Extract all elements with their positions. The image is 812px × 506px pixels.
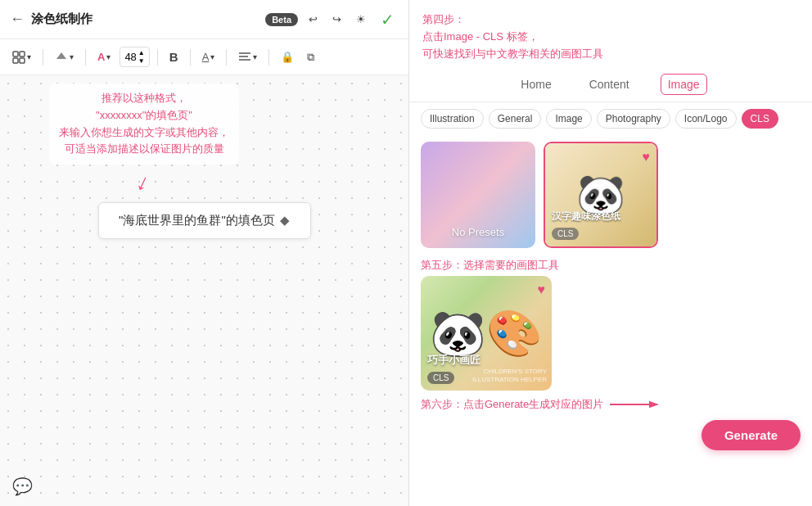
step5-annotation: 第五步：选择需要的画图工具 <box>409 255 812 276</box>
step4-line3: 可快速找到与中文教学相关的画图工具 <box>422 46 799 63</box>
step4-annotation: 第四步： 点击Image - CLS 标签， 可快速找到与中文教学相关的画图工具 <box>409 0 812 67</box>
font-size-down[interactable]: ▼ <box>138 57 145 65</box>
lock-btn[interactable]: 🔒 <box>277 48 298 66</box>
copy-btn[interactable]: ⧉ <box>303 48 318 66</box>
big-card-panda-emoji: 🐼🎨 <box>430 307 543 360</box>
hanzi-label: 汉字趣味涂色纸 <box>552 210 620 224</box>
big-preset-card[interactable]: 🐼🎨 ♥ 巧手小画匠 CLS CHILDREN'S STORYILLUSTRAT… <box>421 276 552 391</box>
presets-grid: ♡ No Presets 🐼 ♥ 汉字趣味涂色纸 CLS <box>409 135 812 255</box>
svg-rect-1 <box>20 52 25 56</box>
subtab-iconlogo[interactable]: Icon/Logo <box>675 109 737 129</box>
big-cls-badge: CLS <box>427 372 454 384</box>
left-annotation: 推荐以这种格式， "xxxxxxxx"的填色页" 来输入你想生成的文字或其他内容… <box>49 84 239 165</box>
red-arrow: ↓ <box>133 169 154 197</box>
preset-card-no-presets[interactable]: ♡ No Presets <box>421 142 535 248</box>
font-size-up[interactable]: ▲ <box>138 49 145 56</box>
font-size-control[interactable]: 48 ▲ ▼ <box>120 47 149 67</box>
annotation-line4: 可适当添加描述以保证图片的质量 <box>59 141 229 158</box>
svg-rect-3 <box>20 58 25 63</box>
confirm-button[interactable]: ✓ <box>377 7 399 32</box>
annotation-line1: 推荐以这种格式， <box>59 90 229 107</box>
format-group-layout: ▾ <box>8 48 35 66</box>
big-card-label: 巧手小画匠 <box>427 353 480 368</box>
cls-badge-hanzi: CLS <box>552 228 579 240</box>
step4-line2: 点击Image - CLS 标签， <box>422 29 799 46</box>
redo-button[interactable]: ↪ <box>328 11 345 28</box>
layout-btn[interactable]: ▾ <box>8 48 35 66</box>
left-panel: ← 涂色纸制作 Beta ↩ ↪ ☀ ✓ ▾ ▾ <box>0 0 409 506</box>
subtab-photography[interactable]: Photography <box>597 109 670 129</box>
fill-btn[interactable]: ▾ <box>51 48 78 66</box>
undo-button[interactable]: ↩ <box>304 11 322 28</box>
tab-home[interactable]: Home <box>514 75 557 94</box>
underline-btn[interactable]: A ▾ <box>198 48 219 66</box>
svg-rect-0 <box>13 52 18 56</box>
tab-content[interactable]: Content <box>583 75 636 94</box>
brightness-button[interactable]: ☀ <box>352 11 370 28</box>
tab-image[interactable]: Image <box>661 74 707 95</box>
text-field-value: "海底世界里的鱼群"的填色页 <box>119 213 275 227</box>
step6-text: 第六步：点击Generate生成对应的图片 <box>421 397 603 412</box>
font-color-btn[interactable]: A ▾ <box>93 48 115 66</box>
right-panel: 第四步： 点击Image - CLS 标签， 可快速找到与中文教学相关的画图工具… <box>409 0 812 506</box>
generate-btn-row: Generate <box>409 415 812 459</box>
heart-hanzi[interactable]: ♥ <box>643 150 651 165</box>
svg-rect-2 <box>13 58 18 63</box>
preset-card-hanzi[interactable]: 🐼 ♥ 汉字趣味涂色纸 CLS <box>544 142 658 248</box>
back-button[interactable]: ← <box>10 11 25 28</box>
big-children-label: CHILDREN'S STORYILLUSTRATION HELPER <box>472 368 547 385</box>
subtab-general[interactable]: General <box>489 109 542 129</box>
app-title: 涂色纸制作 <box>31 11 259 27</box>
sub-tabs: Illustration General Image Photography I… <box>409 102 812 135</box>
layout-chevron: ▾ <box>27 52 31 61</box>
heart-no-presets[interactable]: ♡ <box>517 148 529 164</box>
generate-button[interactable]: Generate <box>701 420 801 450</box>
no-presets-label: No Presets <box>421 226 535 238</box>
format-bar: ▾ ▾ A ▾ 48 ▲ ▼ B A ▾ <box>0 39 408 75</box>
text-field[interactable]: "海底世界里的鱼群"的填色页 ◆ <box>98 202 311 239</box>
chat-icon[interactable]: 💬 <box>12 477 33 496</box>
step6-arrow <box>610 398 659 411</box>
bold-btn[interactable]: B <box>165 47 183 66</box>
subtab-illustration[interactable]: Illustration <box>421 109 484 129</box>
subtab-cls[interactable]: CLS <box>742 109 778 129</box>
annotation-line2: "xxxxxxxx"的填色页" <box>59 107 229 124</box>
format-group-font: A ▾ <box>93 48 115 66</box>
step4-line1: 第四步： <box>422 11 799 29</box>
beta-badge: Beta <box>265 13 298 26</box>
canvas-area[interactable]: 推荐以这种格式， "xxxxxxxx"的填色页" 来输入你想生成的文字或其他内容… <box>0 75 408 506</box>
align-btn[interactable]: ▾ <box>234 49 261 66</box>
format-group-fill: ▾ <box>51 48 78 66</box>
font-size-value: 48 <box>124 51 136 63</box>
subtab-image[interactable]: Image <box>546 109 591 129</box>
text-cursor: ◆ <box>280 213 290 227</box>
heart-big-card[interactable]: ♥ <box>538 282 546 297</box>
step6-annotation: 第六步：点击Generate生成对应的图片 <box>409 391 812 415</box>
annotation-line3: 来输入你想生成的文字或其他内容， <box>59 124 229 142</box>
top-bar: ← 涂色纸制作 Beta ↩ ↪ ☀ ✓ <box>0 0 408 39</box>
nav-tabs: Home Content Image <box>409 67 812 102</box>
svg-marker-8 <box>649 401 659 409</box>
